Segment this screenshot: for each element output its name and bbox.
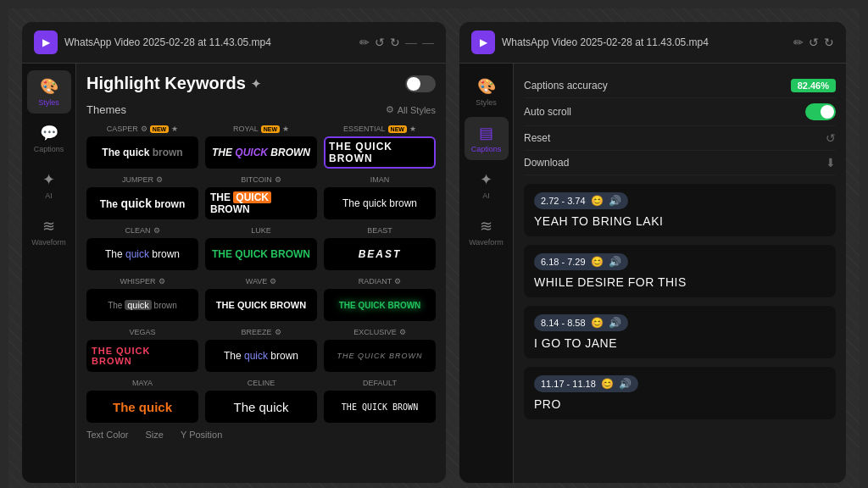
sidebar-item-captions[interactable]: 💬 Captions (27, 117, 71, 160)
right-edit-icon[interactable]: ✏ (793, 36, 804, 49)
theme-name-maya: MAYA (132, 379, 153, 387)
redo-icon[interactable]: ↻ (390, 36, 400, 49)
theme-preview-iman[interactable]: The quick brown (324, 187, 436, 219)
volume-btn-0[interactable]: 🔊 (609, 195, 621, 207)
volume-btn-1[interactable]: 🔊 (609, 256, 621, 268)
download-button[interactable]: ⬇ (826, 156, 836, 169)
theme-name-default: DEFAULT (363, 379, 397, 387)
right-waveform-label: Waveform (469, 238, 504, 247)
caption-text-2: I GO TO JANE (534, 336, 826, 350)
theme-preview-celine[interactable]: The quick (205, 391, 317, 423)
right-undo-icon[interactable]: ↺ (809, 36, 819, 49)
theme-preview-whisper[interactable]: The quick brown (86, 289, 198, 321)
theme-item-radiant: RADIANT ⚙ THE QUICK BROWN (324, 277, 436, 321)
right-main-content: 🎨 Styles ▤ Captions ✦ AI ≋ Waveform (459, 64, 846, 483)
accuracy-badge: 82.46% (791, 79, 836, 92)
theme-name-celine: CELINE (248, 379, 275, 387)
caption-text-1: WHILE DESIRE FOR THIS (534, 275, 826, 289)
volume-btn-3[interactable]: 🔊 (619, 378, 632, 390)
themes-grid: CASPER ⚙ NEW ★ The quick brown ROYAL (86, 125, 436, 423)
right-header-actions: ✏ ↺ ↻ (793, 36, 834, 49)
right-captions-label: Captions (471, 145, 502, 153)
edit-icon[interactable]: ✏ (359, 36, 370, 49)
theme-name-breeze: BREEZE ⚙ (241, 328, 281, 336)
right-sidebar-ai[interactable]: ✦ AI (465, 164, 509, 207)
theme-preview-radiant[interactable]: THE QUICK BROWN (324, 289, 436, 321)
size-label: Size (146, 430, 164, 440)
theme-preview-clean[interactable]: The quick brown (86, 238, 198, 270)
theme-item-essential: ESSENTIAL NEW ★ THE QUICK BROWN (324, 125, 436, 169)
right-styles-label: Styles (476, 98, 497, 107)
theme-name-casper: CASPER ⚙ NEW ★ (107, 125, 178, 133)
dash1: — (405, 36, 417, 49)
sidebar-item-waveform[interactable]: ≋ Waveform (27, 210, 71, 253)
theme-name-royal: ROYAL NEW ★ (233, 125, 289, 133)
emoji-btn-0[interactable]: 😊 (591, 195, 604, 207)
right-sidebar-captions[interactable]: ▤ Captions (465, 117, 509, 160)
sidebar-label-ai: AI (45, 191, 53, 200)
theme-preview-vegas[interactable]: THE QUICK BROWN (86, 340, 198, 372)
theme-preview-beast[interactable]: BEAST (324, 238, 436, 270)
volume-btn-2[interactable]: 🔊 (609, 317, 621, 329)
emoji-btn-1[interactable]: 😊 (591, 256, 604, 268)
theme-preview-wave[interactable]: THE QUICK BROWN (205, 289, 317, 321)
theme-item-breeze: BREEZE ⚙ The quick brown (205, 328, 317, 372)
theme-item-luke: LUKE THE QUICK BROWN (205, 226, 317, 270)
theme-preview-luke[interactable]: THE QUICK BROWN (205, 238, 317, 270)
time-range-1: 6.18 - 7.29 (541, 257, 586, 267)
emoji-btn-3[interactable]: 😊 (601, 378, 614, 390)
bottom-controls: Text Color Size Y Position (86, 423, 436, 440)
time-range-0: 2.72 - 3.74 (541, 196, 586, 206)
time-range-3: 11.17 - 11.18 (541, 379, 596, 389)
right-captions-icon: ▤ (479, 124, 493, 142)
theme-preview-essential[interactable]: THE QUICK BROWN (324, 136, 436, 169)
sidebar-label-styles: Styles (38, 98, 59, 107)
theme-name-luke: LUKE (251, 226, 271, 235)
emoji-btn-2[interactable]: 😊 (591, 317, 604, 329)
left-panel-header: ▶ WhatsApp Video 2025-02-28 at 11.43.05.… (22, 22, 446, 64)
theme-preview-casper[interactable]: The quick brown (86, 136, 198, 169)
auto-scroll-toggle[interactable] (805, 103, 836, 120)
sidebar-item-ai[interactable]: ✦ AI (27, 164, 71, 207)
caption-time-1: 6.18 - 7.29 😊 🔊 (534, 253, 628, 270)
caption-time-2: 8.14 - 8.58 😊 🔊 (534, 314, 628, 331)
settings-icon-exclusive: ⚙ (399, 328, 406, 336)
sidebar-label-captions: Captions (34, 145, 64, 153)
app-screen: ▶ WhatsApp Video 2025-02-28 at 11.43.05.… (8, 8, 860, 488)
all-styles-label: All Styles (398, 105, 436, 115)
reset-button[interactable]: ↺ (826, 131, 836, 145)
caption-block-0: 2.72 - 3.74 😊 🔊 YEAH TO BRING LAKI (524, 184, 836, 236)
theme-name-jumper: JUMPER ⚙ (122, 175, 163, 184)
left-main-content: 🎨 Styles 💬 Captions ✦ AI ≋ Waveform (22, 64, 446, 483)
right-waveform-icon: ≋ (480, 217, 492, 236)
right-sidebar-waveform[interactable]: ≋ Waveform (465, 210, 509, 253)
highlight-keywords-toggle[interactable] (405, 75, 436, 92)
sidebar-item-styles[interactable]: 🎨 Styles (27, 70, 71, 114)
caption-time-3: 11.17 - 11.18 😊 🔊 (534, 375, 638, 392)
text-color-label: Text Color (86, 430, 129, 440)
theme-name-iman: IMAN (370, 175, 390, 184)
theme-preview-default[interactable]: THE QUICK BROWN (324, 391, 436, 423)
theme-preview-exclusive[interactable]: THE QUICK BROWN (324, 340, 436, 372)
right-panel-header: ▶ WhatsApp Video 2025-02-28 at 11.43.05.… (459, 22, 846, 64)
new-badge-essential: NEW (388, 125, 407, 133)
download-row: Download ⬇ (524, 151, 836, 175)
theme-item-default: DEFAULT THE QUICK BROWN (324, 379, 436, 423)
theme-item-iman: IMAN The quick brown (324, 175, 436, 219)
theme-preview-breeze[interactable]: The quick brown (205, 340, 317, 372)
right-sidebar-styles[interactable]: 🎨 Styles (465, 70, 509, 114)
undo-icon[interactable]: ↺ (375, 36, 385, 49)
new-badge-casper: NEW (150, 125, 169, 133)
theme-name-bitcoin: BITCOIN ⚙ (241, 175, 281, 184)
theme-name-clean: CLEAN ⚙ (125, 226, 159, 235)
caption-block-3: 11.17 - 11.18 😊 🔊 PRO (524, 367, 836, 419)
theme-preview-maya[interactable]: The quick (86, 391, 198, 423)
download-label: Download (524, 157, 569, 169)
styles-content: Highlight Keywords ✦ Themes ⚙ All Styles (76, 64, 446, 483)
theme-preview-jumper[interactable]: The quick brown (86, 187, 198, 219)
all-styles-button[interactable]: ⚙ All Styles (386, 104, 436, 115)
sidebar-label-waveform: Waveform (31, 238, 66, 247)
right-redo-icon[interactable]: ↻ (824, 36, 834, 49)
theme-preview-royal[interactable]: THE QUICK BROWN (205, 136, 317, 169)
theme-preview-bitcoin[interactable]: THE QUICK BROWN (205, 187, 317, 219)
